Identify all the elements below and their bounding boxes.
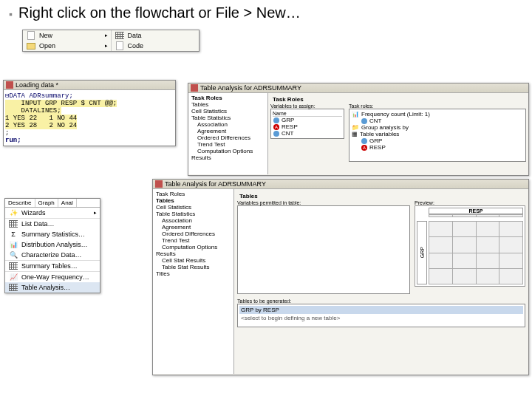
tab-graph[interactable]: Graph bbox=[35, 199, 58, 207]
menu-label: Code bbox=[128, 42, 144, 50]
menu-distribution[interactable]: 📊Distribution Analysis… bbox=[5, 239, 100, 250]
table-analysis-tables-window: Table Analysis for ADRSUMMARY Task Roles… bbox=[152, 179, 529, 375]
generated-tables-list[interactable]: GRP by RESP <select to begin defining a … bbox=[237, 304, 525, 327]
code-titlebar: Loading data * bbox=[4, 81, 175, 90]
freq-icon: 📈 bbox=[8, 273, 18, 282]
window-title: Table Analysis for ADRSUMMARY bbox=[200, 84, 301, 92]
ta1-nav-tree[interactable]: Task Roles Tables Cell Statistics Table … bbox=[188, 93, 268, 174]
menu-summary-tables[interactable]: Summary Tables… bbox=[5, 261, 100, 271]
dist-icon: 📊 bbox=[8, 240, 18, 249]
permitted-vars-list[interactable] bbox=[237, 205, 410, 294]
numeric-icon bbox=[361, 138, 367, 144]
select-hint[interactable]: <select to begin defining a new table> bbox=[239, 314, 523, 322]
menu-characterize[interactable]: 🔍Characterize Data… bbox=[5, 250, 100, 260]
menu-list-data[interactable]: List Data… bbox=[5, 219, 100, 229]
instruction-text: ▪Right click on the flowchart or File > … bbox=[9, 4, 301, 21]
numeric-icon bbox=[273, 117, 279, 123]
list-icon bbox=[8, 219, 18, 228]
sumtbl-icon bbox=[8, 262, 18, 270]
tab-analyze[interactable]: Anal bbox=[58, 199, 77, 207]
generated-row[interactable]: GRP by RESP bbox=[239, 306, 523, 314]
preview-label: Preview: bbox=[415, 200, 525, 205]
task-roles-tree[interactable]: 📊Frequency count (Limit: 1) CNT 📁Group a… bbox=[349, 109, 526, 162]
menu-label: Open bbox=[39, 42, 55, 50]
menu-item-open[interactable]: Open ▸ bbox=[23, 41, 111, 51]
char-icon: A bbox=[273, 124, 279, 130]
table-role-icon: ▦ bbox=[352, 131, 358, 137]
menu-tabs: Describe Graph Anal bbox=[5, 199, 100, 208]
describe-menu: Describe Graph Anal ✨Wizards▸ List Data…… bbox=[4, 198, 100, 293]
code-editor-window: Loading data * ⊟DATA ADRsummary; INPUT G… bbox=[3, 80, 176, 146]
freq-role-icon: 📊 bbox=[352, 111, 359, 117]
sigma-icon: Σ bbox=[8, 230, 18, 239]
window-icon bbox=[6, 81, 13, 89]
window-title: Table Analysis for ADRSUMMARY bbox=[165, 180, 266, 188]
table-preview: RESP GRP bbox=[415, 205, 525, 287]
task-roles-label: Task roles: bbox=[349, 103, 526, 109]
open-icon bbox=[26, 41, 36, 50]
menu-item-data[interactable]: Data bbox=[112, 30, 200, 41]
window-icon bbox=[155, 180, 163, 188]
menu-table-analysis[interactable]: Table Analysis… bbox=[5, 282, 100, 293]
variables-list[interactable]: Name GRP ARESP CNT bbox=[270, 109, 344, 139]
var-grp[interactable]: GRP bbox=[273, 117, 342, 123]
numeric-icon bbox=[361, 118, 367, 124]
char-icon: A bbox=[361, 145, 367, 151]
submenu-arrow: ▸ bbox=[105, 33, 108, 38]
table-icon bbox=[8, 283, 18, 292]
var-resp[interactable]: ARESP bbox=[273, 123, 342, 130]
wizard-icon: ✨ bbox=[8, 208, 18, 217]
permitted-label: Variables permitted in table: bbox=[237, 200, 410, 205]
char-icon: 🔍 bbox=[8, 250, 18, 259]
ta2-nav-tree[interactable]: Task Roles Tables Cell Statistics Table … bbox=[153, 189, 234, 374]
table-analysis-roles-window: Table Analysis for ADRSUMMARY Task Roles… bbox=[188, 83, 529, 176]
menu-label: Data bbox=[128, 32, 142, 39]
numeric-icon bbox=[273, 131, 279, 137]
menu-summary-stats[interactable]: ΣSummary Statistics… bbox=[5, 229, 100, 239]
code-area[interactable]: ⊟DATA ADRsummary; INPUT GRP RESP $ CNT @… bbox=[4, 90, 175, 146]
new-icon bbox=[26, 31, 36, 40]
roles-heading: Task Roles bbox=[270, 95, 526, 103]
code-icon bbox=[115, 41, 125, 50]
bullet-square: ▪ bbox=[9, 8, 13, 20]
tab-describe[interactable]: Describe bbox=[5, 199, 35, 207]
window-icon bbox=[191, 84, 198, 92]
ta1-titlebar: Table Analysis for ADRSUMMARY bbox=[188, 83, 528, 93]
tables-heading: Tables bbox=[237, 192, 525, 200]
menu-wizards[interactable]: ✨Wizards▸ bbox=[5, 208, 100, 218]
submenu-arrow: ▸ bbox=[105, 43, 108, 49]
menu-item-new[interactable]: New ▸ bbox=[23, 30, 111, 41]
vars-assign-label: Variables to assign: bbox=[270, 103, 344, 109]
generated-label: Tables to be generated: bbox=[237, 299, 525, 304]
menu-item-code[interactable]: Code bbox=[112, 41, 200, 51]
file-new-menu: New ▸ Open ▸ Data Code bbox=[22, 30, 200, 52]
menu-oneway[interactable]: 📈One-Way Frequency… bbox=[5, 272, 100, 282]
group-role-icon: 📁 bbox=[352, 124, 359, 131]
window-title: Loading data * bbox=[16, 81, 58, 89]
ta2-titlebar: Table Analysis for ADRSUMMARY bbox=[153, 180, 528, 189]
menu-label: New bbox=[39, 32, 52, 39]
var-cnt[interactable]: CNT bbox=[273, 130, 342, 137]
data-icon bbox=[115, 31, 125, 40]
